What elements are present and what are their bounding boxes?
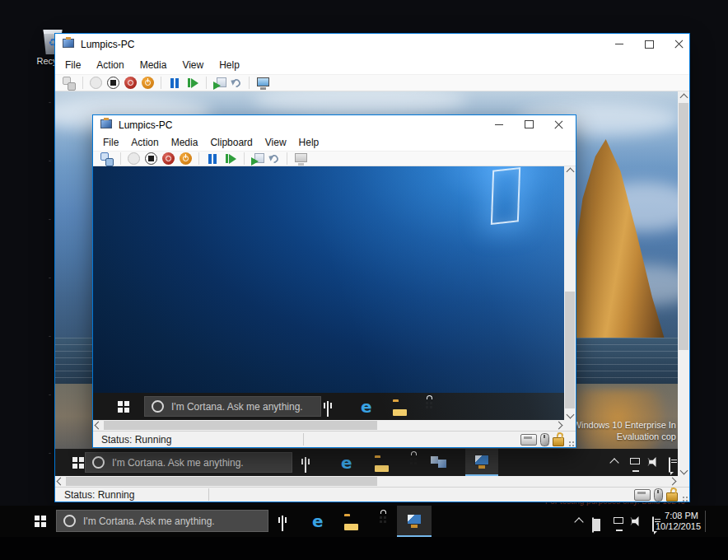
scrollbar-thumb[interactable] (565, 292, 575, 408)
ctrl-alt-del-icon[interactable] (100, 152, 114, 166)
hero-window-logo (491, 167, 520, 225)
enhanced-session-icon[interactable] (294, 152, 307, 166)
pause-icon[interactable] (168, 77, 181, 90)
edge-icon[interactable]: e (341, 455, 352, 471)
cortana-placeholder: I'm Cortana. Ask me anything. (83, 516, 215, 527)
edge-icon[interactable]: e (361, 399, 372, 415)
toolbar-separator (249, 77, 250, 89)
ctrl-alt-del-icon[interactable] (63, 77, 76, 90)
outer-menubar: File Action Media View Help (55, 55, 689, 74)
inner-horizontal-scrollbar[interactable] (93, 420, 576, 431)
outer-menu-media[interactable]: Media (140, 59, 167, 71)
status-divider (208, 488, 209, 501)
outer-titlebar[interactable]: Lumpics-PC (55, 34, 689, 55)
resize-grip[interactable] (681, 492, 688, 498)
action-center-icon[interactable] (652, 516, 654, 532)
enhanced-session-icon[interactable] (256, 77, 269, 90)
outer-menu-help[interactable]: Help (219, 59, 240, 71)
inner-menu-clipboard[interactable]: Clipboard (210, 137, 252, 148)
cortana-search-box[interactable]: I'm Cortana. Ask me anything. (85, 452, 292, 473)
resize-grip[interactable] (567, 436, 574, 443)
clock-time: 7:08 PM (656, 511, 698, 521)
inner-close-button[interactable] (546, 115, 571, 133)
reset-icon[interactable] (224, 152, 237, 166)
status-divider (303, 433, 304, 446)
inner-menu-help[interactable]: Help (299, 137, 320, 148)
reset-icon[interactable] (186, 77, 199, 90)
scrollbar-thumb[interactable] (66, 477, 377, 486)
cortana-icon (92, 456, 105, 469)
outer-minimize-button[interactable] (607, 34, 632, 54)
tray-chevron-icon[interactable] (574, 517, 583, 526)
inner-minimize-button[interactable] (487, 115, 511, 133)
outer-menu-file[interactable]: File (65, 59, 81, 71)
clock-date: 10/12/2015 (656, 521, 698, 532)
inner-vertical-scrollbar[interactable] (564, 166, 576, 420)
tray-chevron-icon[interactable] (609, 458, 618, 467)
outer-maximize-button[interactable] (637, 34, 661, 54)
vmconnect-taskbar-button-active[interactable] (397, 506, 432, 537)
shut-down-icon[interactable] (162, 152, 175, 165)
scroll-right-arrow[interactable] (667, 476, 678, 487)
toolbar-separator (120, 152, 121, 165)
inner-menu-media[interactable]: Media (171, 137, 198, 148)
revert-icon[interactable] (231, 77, 242, 88)
cortana-search-box[interactable]: I'm Cortana. Ask me anything. (144, 396, 321, 417)
inner-titlebar[interactable]: Lumpics-PC (93, 115, 576, 134)
toolbar-separator (82, 77, 83, 89)
pause-icon[interactable] (206, 152, 219, 166)
mouse-indicator-icon (654, 488, 663, 502)
scroll-up-arrow[interactable] (678, 91, 689, 103)
turn-off-icon[interactable] (107, 77, 119, 89)
vm-display-inner[interactable]: I'm Cortana. Ask me anything. e (93, 166, 564, 420)
inner-menu-action[interactable]: Action (131, 137, 158, 148)
save-icon[interactable] (180, 152, 192, 165)
vmconnect-taskbar-button-active[interactable] (465, 449, 498, 476)
scroll-left-arrow[interactable] (55, 476, 66, 487)
outer-menu-action[interactable]: Action (96, 59, 124, 71)
scroll-down-arrow[interactable] (678, 464, 689, 476)
turn-off-icon[interactable] (145, 152, 157, 165)
task-view-icon[interactable] (327, 401, 329, 417)
outer-horizontal-scrollbar[interactable] (55, 476, 689, 487)
revert-icon[interactable] (269, 153, 280, 164)
vm-display-outer[interactable]: Windows 10 Enterprise In Evaluation cop … (55, 91, 678, 476)
toolbar-separator (198, 152, 199, 165)
outer-window-title: Lumpics-PC (81, 39, 134, 50)
inner-menubar: File Action Media Clipboard View Help (93, 134, 576, 151)
save-icon[interactable] (142, 77, 154, 89)
toolbar-separator (161, 77, 161, 89)
edge-icon[interactable]: e (312, 513, 324, 530)
lock-indicator-icon (666, 492, 678, 502)
shut-down-icon[interactable] (124, 77, 137, 89)
cortana-search-box[interactable]: I'm Cortana. Ask me anything. (56, 510, 268, 532)
scrollbar-thumb[interactable] (679, 103, 688, 350)
task-view-icon[interactable] (282, 516, 283, 531)
inner-menu-view[interactable]: View (265, 137, 287, 148)
inner-menu-file[interactable]: File (103, 137, 119, 148)
show-desktop-button[interactable] (706, 506, 728, 537)
start-vm-icon[interactable] (90, 77, 102, 89)
scroll-down-arrow[interactable] (564, 409, 576, 420)
inner-maximize-button[interactable] (516, 115, 541, 133)
scroll-left-arrow[interactable] (93, 420, 104, 431)
battery-icon[interactable] (592, 517, 594, 533)
outer-status-bar: Status: Running (55, 487, 689, 502)
outer-vertical-scrollbar[interactable] (678, 91, 689, 476)
checkpoint-icon[interactable] (213, 77, 226, 90)
checkpoint-icon[interactable] (251, 152, 264, 166)
start-vm-icon[interactable] (128, 152, 140, 165)
scrollbar-thumb[interactable] (104, 421, 377, 430)
task-view-icon[interactable] (305, 457, 306, 473)
clock[interactable]: 7:08 PM 10/12/2015 (656, 511, 698, 532)
outer-menu-view[interactable]: View (182, 59, 203, 71)
scroll-right-arrow[interactable] (553, 420, 564, 431)
status-text: Status: Running (64, 489, 134, 501)
scroll-up-arrow[interactable] (564, 166, 576, 177)
action-center-icon[interactable] (669, 457, 670, 473)
toolbar-separator (287, 152, 287, 165)
outer-toolbar (55, 74, 689, 91)
outer-close-button[interactable] (666, 34, 691, 54)
vmconnect-window-inner: Lumpics-PC File Action Media Clipboard V… (92, 114, 576, 448)
cortana-placeholder: I'm Cortana. Ask me anything. (112, 457, 244, 469)
